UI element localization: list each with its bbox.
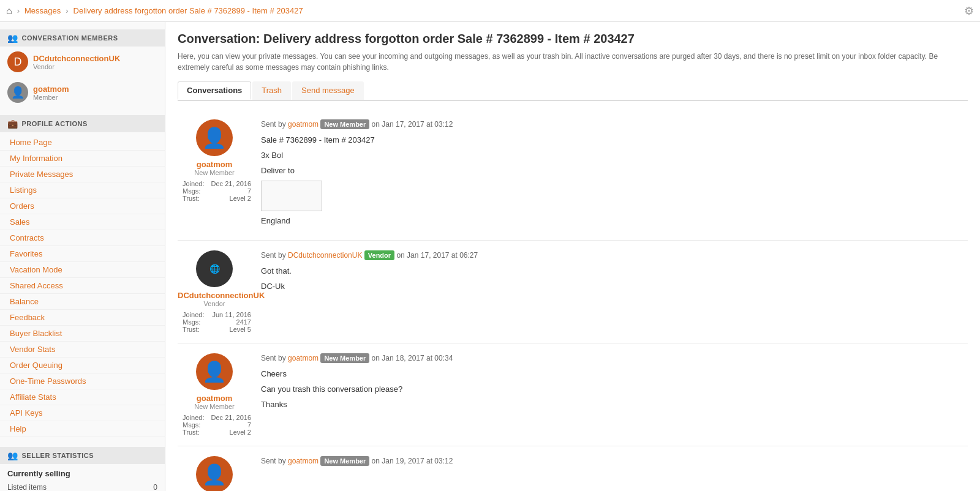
message-content-2: Sent by DCdutchconnectionUK Vendor on Ja…	[261, 250, 968, 333]
conversation-members-section: 👥 CONVERSATION MEMBERS D DCdutchconnecti…	[0, 29, 165, 108]
profile-actions-section: 💼 PROFILE ACTIONS Home Page My Informati…	[0, 115, 165, 440]
badge-new-member-4: New Member	[320, 456, 369, 466]
link-order-queuing[interactable]: Order Queuing	[0, 358, 165, 373]
sender-col-3: 👤 goatmom New Member Joined:Dec 21, 2016…	[178, 353, 251, 436]
seller-stats-body: Currently selling Listed items 0 Will se…	[0, 464, 165, 491]
message-block-4: 👤 Sent by goatmom New Member on Jan 19, …	[178, 446, 968, 491]
link-home-page[interactable]: Home Page	[0, 135, 165, 151]
sender-name-2[interactable]: DCdutchconnectionUK	[178, 291, 251, 300]
seller-statistics-section: 👥 SELLER STATISTICS Currently selling Li…	[0, 447, 165, 491]
sender-link-3[interactable]: goatmom	[288, 354, 318, 362]
member-item-vendor: D DCdutchconnectionUK Vendor	[0, 47, 165, 77]
briefcase-icon: 💼	[7, 119, 18, 129]
home-icon[interactable]: ⌂	[6, 6, 12, 17]
badge-new-member-1: New Member	[320, 119, 369, 129]
link-sales[interactable]: Sales	[0, 214, 165, 230]
page-layout: 👥 CONVERSATION MEMBERS D DCdutchconnecti…	[0, 22, 980, 491]
nav-conversation[interactable]: Delivery address forgotton order Sale # …	[74, 6, 303, 15]
member-item-member: 👤 goatmom Member	[0, 77, 165, 108]
members-icon: 👥	[7, 33, 18, 43]
member-name[interactable]: goatmom	[33, 84, 69, 94]
stats-icon: 👥	[7, 451, 18, 460]
address-box-1	[261, 181, 322, 211]
listed-items-value: 0	[153, 483, 157, 491]
message-content-3: Sent by goatmom New Member on Jan 18, 20…	[261, 353, 968, 436]
message-block-3: 👤 goatmom New Member Joined:Dec 21, 2016…	[178, 343, 968, 446]
link-contracts[interactable]: Contracts	[0, 230, 165, 246]
message-date-1: on Jan 17, 2017 at 03:12	[372, 120, 453, 129]
message-meta-2: Sent by DCdutchconnectionUK Vendor on Ja…	[261, 250, 968, 260]
vendor-avatar: D	[7, 51, 28, 72]
message-content-1: Sent by goatmom New Member on Jan 17, 20…	[261, 119, 968, 230]
sender-avatar-1: 👤	[196, 119, 233, 156]
link-affiliate-stats[interactable]: Affiliate Stats	[0, 389, 165, 405]
sender-avatar-2: 🌐	[196, 250, 233, 287]
listed-items-row: Listed items 0	[7, 482, 157, 491]
sender-col-2: 🌐 DCdutchconnectionUK Vendor Joined:Jun …	[178, 250, 251, 333]
link-my-information[interactable]: My Information	[0, 151, 165, 167]
sender-stats-3: Joined:Dec 21, 2016 Msgs:7 Trust:Level 2	[178, 414, 251, 436]
sender-col-1: 👤 goatmom New Member Joined:Dec 21, 2016…	[178, 119, 251, 230]
sidebar: 👥 CONVERSATION MEMBERS D DCdutchconnecti…	[0, 22, 165, 491]
link-api-keys[interactable]: API Keys	[0, 405, 165, 421]
sender-link-4[interactable]: goatmom	[288, 457, 318, 465]
link-help[interactable]: Help	[0, 421, 165, 437]
link-feedback[interactable]: Feedback	[0, 310, 165, 326]
sender-role-2: Vendor	[178, 300, 251, 307]
tab-send-message[interactable]: Send message	[292, 81, 364, 100]
message-content-4: Sent by goatmom New Member on Jan 19, 20…	[261, 456, 968, 491]
message-body-2: Got that. DC-Uk	[261, 265, 968, 293]
sender-avatar-3: 👤	[196, 353, 233, 390]
message-tabs: Conversations Trash Send message	[178, 81, 968, 101]
link-listings[interactable]: Listings	[0, 182, 165, 198]
tab-trash[interactable]: Trash	[252, 81, 291, 100]
sender-name-1[interactable]: goatmom	[178, 160, 251, 169]
nav-messages[interactable]: Messages	[24, 6, 61, 15]
badge-vendor-2: Vendor	[364, 250, 394, 260]
message-body-1: Sale # 7362899 - Item # 203427 3x Bol De…	[261, 134, 968, 228]
message-block-1: 👤 goatmom New Member Joined:Dec 21, 2016…	[178, 110, 968, 241]
top-navigation: ⌂ › Messages › Delivery address forgotto…	[0, 0, 980, 22]
sender-link-2[interactable]: DCdutchconnectionUK	[288, 251, 362, 260]
sender-link-1[interactable]: goatmom	[288, 120, 318, 129]
link-one-time-passwords[interactable]: One-Time Passwords	[0, 373, 165, 389]
link-buyer-blacklist[interactable]: Buyer Blacklist	[0, 326, 165, 342]
link-vendor-stats[interactable]: Vendor Stats	[0, 342, 165, 358]
message-meta-4: Sent by goatmom New Member on Jan 19, 20…	[261, 456, 968, 466]
sender-name-3[interactable]: goatmom	[178, 394, 251, 403]
settings-icon[interactable]: ⚙	[964, 4, 974, 18]
message-meta-1: Sent by goatmom New Member on Jan 17, 20…	[261, 119, 968, 129]
sender-role-1: New Member	[178, 169, 251, 176]
message-block-2: 🌐 DCdutchconnectionUK Vendor Joined:Jun …	[178, 241, 968, 343]
message-date-2: on Jan 17, 2017 at 06:27	[396, 251, 478, 260]
member-role: Member	[33, 94, 69, 101]
vendor-role: Vendor	[33, 63, 120, 70]
message-date-3: on Jan 18, 2017 at 00:34	[372, 354, 453, 362]
page-title: Conversation: Delivery address forgotton…	[178, 32, 968, 46]
currently-selling-label: Currently selling	[7, 469, 157, 478]
sender-role-3: New Member	[178, 403, 251, 410]
link-favorites[interactable]: Favorites	[0, 246, 165, 262]
sender-stats-2: Joined:Jun 11, 2016 Msgs:2417 Trust:Leve…	[178, 311, 251, 333]
vendor-name[interactable]: DCdutchconnectionUK	[33, 54, 120, 63]
member-avatar: 👤	[7, 82, 28, 103]
seller-statistics-header: 👥 SELLER STATISTICS	[0, 447, 165, 464]
link-shared-access[interactable]: Shared Access	[0, 278, 165, 294]
sender-stats-1: Joined:Dec 21, 2016 Msgs:7 Trust:Level 2	[178, 180, 251, 202]
conversation-members-header: 👥 CONVERSATION MEMBERS	[0, 29, 165, 47]
member-info: goatmom Member	[33, 84, 69, 101]
profile-actions-header: 💼 PROFILE ACTIONS	[0, 115, 165, 132]
page-description: Here, you can view your private messages…	[178, 51, 968, 73]
listed-items-label: Listed items	[7, 483, 47, 491]
link-private-messages[interactable]: Private Messages	[0, 167, 165, 182]
sender-col-4: 👤	[178, 456, 251, 491]
profile-actions-list: Home Page My Information Private Message…	[0, 132, 165, 440]
vendor-info: DCdutchconnectionUK Vendor	[33, 54, 120, 70]
message-date-4: on Jan 19, 2017 at 03:12	[372, 457, 453, 465]
main-content: Conversation: Delivery address forgotton…	[165, 22, 980, 491]
link-balance[interactable]: Balance	[0, 294, 165, 310]
tab-conversations[interactable]: Conversations	[178, 81, 251, 100]
link-orders[interactable]: Orders	[0, 198, 165, 214]
link-vacation-mode[interactable]: Vacation Mode	[0, 262, 165, 278]
message-body-3: Cheers Can you trash this conversation p…	[261, 368, 968, 411]
